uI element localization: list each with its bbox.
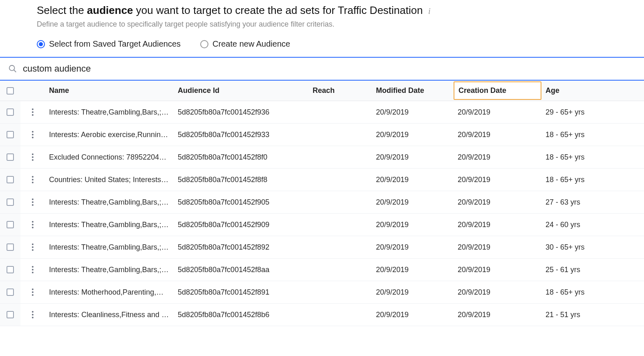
row-menu-cell — [20, 146, 45, 168]
kebab-menu-icon[interactable] — [32, 153, 34, 161]
col-creation-date[interactable]: Creation Date — [454, 81, 541, 100]
table-row[interactable]: Interests: Theatre,Gambling,Bars,; Cu...… — [0, 236, 644, 259]
cell-audience-id: 5d8205fb80a7fc001452f891 — [174, 281, 309, 303]
table-header: Name Audience Id Reach Modified Date Cre… — [0, 81, 644, 101]
kebab-menu-icon[interactable] — [32, 198, 34, 206]
cell-audience-id: 5d8205fb80a7fc001452f909 — [174, 214, 309, 236]
cell-reach — [309, 169, 372, 191]
kebab-menu-icon[interactable] — [32, 243, 34, 251]
cell-creation-date: 20/9/2019 — [454, 146, 541, 168]
cell-modified-date: 20/9/2019 — [372, 146, 454, 168]
row-check-cell — [0, 146, 20, 168]
cell-creation-date: 20/9/2019 — [454, 124, 541, 146]
cell-age: 18 - 65+ yrs — [541, 169, 644, 191]
row-check-cell — [0, 281, 20, 303]
kebab-menu-icon[interactable] — [32, 221, 34, 228]
col-age[interactable]: Age — [541, 81, 644, 101]
cell-creation-date: 20/9/2019 — [454, 191, 541, 213]
row-checkbox[interactable] — [7, 311, 14, 318]
cell-audience-id: 5d8205fb80a7fc001452f8f8 — [174, 169, 309, 191]
cell-name: Interests: Motherhood,Parenting,Wed... — [45, 281, 174, 303]
row-check-cell — [0, 101, 20, 123]
row-checkbox[interactable] — [7, 288, 14, 296]
row-checkbox[interactable] — [7, 153, 14, 161]
cell-reach — [309, 101, 372, 123]
table-row[interactable]: Countries: United States; Interests: ...… — [0, 169, 644, 191]
cell-modified-date: 20/9/2019 — [372, 124, 454, 146]
radio-create-audience[interactable]: Create new Audience — [200, 39, 290, 49]
kebab-menu-icon[interactable] — [32, 266, 34, 273]
cell-modified-date: 20/9/2019 — [372, 214, 454, 236]
info-icon[interactable]: i — [428, 7, 431, 16]
page-title: Select the audience you want to target t… — [37, 4, 426, 16]
table-row[interactable]: Interests: Theatre,Gambling,Bars,; Cu...… — [0, 191, 644, 214]
table-row[interactable]: Interests: Theatre,Gambling,Bars,; Cu...… — [0, 214, 644, 236]
radio-saved-label: Select from Saved Target Audiences — [49, 39, 181, 49]
table-row[interactable]: Interests: Motherhood,Parenting,Wed...5d… — [0, 281, 644, 304]
kebab-menu-icon[interactable] — [32, 176, 34, 183]
cell-creation-date: 20/9/2019 — [454, 101, 541, 123]
cell-creation-date: 20/9/2019 — [454, 304, 541, 326]
cell-name: Excluded Connections: 7895220410... — [45, 146, 174, 168]
cell-reach — [309, 236, 372, 258]
row-check-cell — [0, 236, 20, 258]
cell-reach — [309, 124, 372, 146]
cell-reach — [309, 304, 372, 326]
cell-age: 21 - 51 yrs — [541, 304, 644, 326]
table-row[interactable]: Interests: Theatre,Gambling,Bars,; Cu...… — [0, 259, 644, 281]
row-menu-cell — [20, 304, 45, 326]
cell-creation-date: 20/9/2019 — [454, 214, 541, 236]
radio-icon — [37, 40, 45, 48]
cell-modified-date: 20/9/2019 — [372, 259, 454, 281]
cell-modified-date: 20/9/2019 — [372, 191, 454, 213]
cell-audience-id: 5d8205fb80a7fc001452f936 — [174, 101, 309, 123]
col-reach[interactable]: Reach — [309, 81, 372, 101]
cell-name: Countries: United States; Interests: ... — [45, 169, 174, 191]
table-row[interactable]: Interests: Cleanliness,Fitness and wel..… — [0, 304, 644, 326]
cell-audience-id: 5d8205fb80a7fc001452f8b6 — [174, 304, 309, 326]
row-checkbox[interactable] — [7, 198, 14, 206]
cell-audience-id: 5d8205fb80a7fc001452f8aa — [174, 259, 309, 281]
col-name[interactable]: Name — [45, 81, 174, 101]
cell-age: 27 - 63 yrs — [541, 191, 644, 213]
kebab-menu-icon[interactable] — [32, 108, 34, 116]
svg-line-1 — [14, 70, 16, 72]
kebab-menu-icon[interactable] — [32, 131, 34, 138]
row-checkbox[interactable] — [7, 221, 14, 228]
kebab-menu-icon[interactable] — [32, 288, 34, 296]
search-bar[interactable] — [0, 57, 644, 81]
row-menu-cell — [20, 169, 45, 191]
cell-age: 29 - 65+ yrs — [541, 101, 644, 123]
row-checkbox[interactable] — [7, 176, 14, 183]
row-check-cell — [0, 259, 20, 281]
row-checkbox[interactable] — [7, 131, 14, 138]
row-checkbox[interactable] — [7, 108, 14, 116]
search-input[interactable] — [23, 63, 636, 74]
table-row[interactable]: Interests: Theatre,Gambling,Bars,; Cu...… — [0, 101, 644, 124]
col-modified-date[interactable]: Modified Date — [372, 81, 454, 101]
cell-reach — [309, 214, 372, 236]
table-row[interactable]: Excluded Connections: 7895220410...5d820… — [0, 146, 644, 169]
select-all-checkbox[interactable] — [7, 87, 14, 95]
cell-name: Interests: Theatre,Gambling,Bars,; Cu... — [45, 236, 174, 258]
cell-creation-date: 20/9/2019 — [454, 236, 541, 258]
row-menu-cell — [20, 259, 45, 281]
row-checkbox[interactable] — [7, 266, 14, 273]
table-row[interactable]: Interests: Aerobic exercise,Running,...5… — [0, 124, 644, 146]
cell-age: 25 - 61 yrs — [541, 259, 644, 281]
cell-creation-date: 20/9/2019 — [454, 169, 541, 191]
cell-modified-date: 20/9/2019 — [372, 236, 454, 258]
cell-age: 18 - 65+ yrs — [541, 124, 644, 146]
row-checkbox[interactable] — [7, 243, 14, 251]
kebab-menu-icon[interactable] — [32, 311, 34, 318]
col-audience-id[interactable]: Audience Id — [174, 81, 309, 101]
cell-modified-date: 20/9/2019 — [372, 304, 454, 326]
page-title-post: you want to target to create the ad sets… — [133, 4, 423, 16]
page-subtitle: Define a target audience to specifically… — [37, 20, 607, 29]
row-menu-cell — [20, 214, 45, 236]
select-all-cell — [0, 81, 20, 101]
radio-saved-audiences[interactable]: Select from Saved Target Audiences — [37, 39, 181, 49]
page-title-bold: audience — [87, 4, 133, 16]
row-check-cell — [0, 124, 20, 146]
cell-creation-date: 20/9/2019 — [454, 259, 541, 281]
